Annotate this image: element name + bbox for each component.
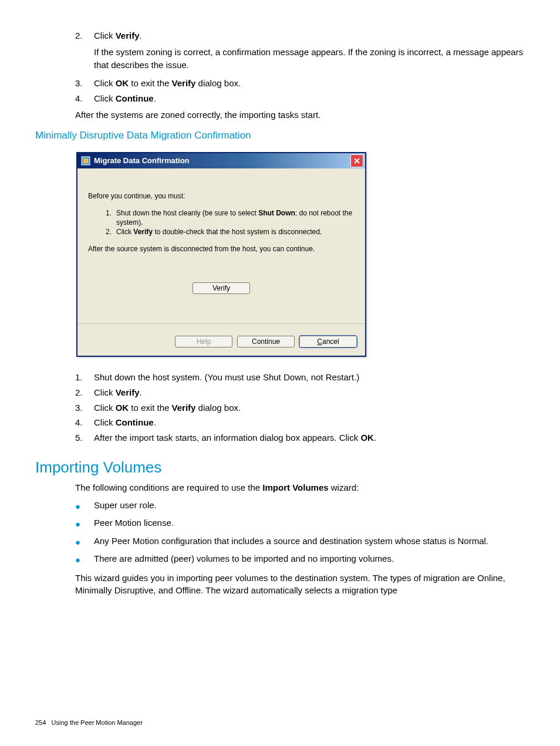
step-body: Click Verify. xyxy=(94,386,525,399)
dialog-after: After the source system is disconnected … xyxy=(88,245,355,253)
step-3: 3. Click OK to exit the Verify dialog bo… xyxy=(75,77,525,90)
list-item: ●Any Peer Motion configuration that incl… xyxy=(75,535,525,549)
step-body: After the import task starts, an informa… xyxy=(94,431,525,444)
help-button[interactable]: Help xyxy=(175,336,232,347)
step-b3: 3. Click OK to exit the Verify dialog bo… xyxy=(75,401,525,414)
step-number: 2. xyxy=(75,29,94,75)
import-volumes-intro: The following conditions are required to… xyxy=(75,481,525,494)
closing-para: This wizard guides you in importing peer… xyxy=(75,572,525,598)
section-heading-importing-volumes: Importing Volumes xyxy=(35,458,525,477)
step-2-sub: If the system zoning is correct, a confi… xyxy=(94,46,525,72)
list-item: ●Super user role. xyxy=(75,499,525,514)
step-b5: 5. After the import task starts, an info… xyxy=(75,431,525,444)
step-body: Click Verify. If the system zoning is co… xyxy=(94,29,525,75)
below-dialog-ordered-list: 1. Shut down the host system. (You must … xyxy=(75,371,525,444)
bullet-icon: ● xyxy=(75,499,94,514)
dialog-step-2: 2. Click Verify to double-check that the… xyxy=(106,227,355,237)
bullet-icon: ● xyxy=(75,517,94,531)
cancel-button[interactable]: Cancel xyxy=(299,336,357,347)
step-b1: 1. Shut down the host system. (You must … xyxy=(75,371,525,384)
dialog-step-1: 1. Shut down the host cleanly (be sure t… xyxy=(106,208,355,227)
top-ordered-list: 2. Click Verify. If the system zoning is… xyxy=(75,29,525,105)
step-number: 2. xyxy=(75,386,94,399)
step-body: Click OK to exit the Verify dialog box. xyxy=(94,77,525,90)
step-number: 1. xyxy=(75,371,94,384)
step-number: 4. xyxy=(75,92,94,105)
dialog-title: Migrate Data Confirmation xyxy=(94,156,190,165)
step-body: Click Continue. xyxy=(94,416,525,429)
step-body: Click Continue. xyxy=(94,92,525,105)
verify-button[interactable]: Verify xyxy=(193,282,250,294)
page: 2. Click Verify. If the system zoning is… xyxy=(0,0,560,746)
step-b2: 2. Click Verify. xyxy=(75,386,525,399)
page-footer: 254 Using the Peer Motion Manager xyxy=(35,719,143,726)
step-b4: 4. Click Continue. xyxy=(75,416,525,429)
bullet-icon: ● xyxy=(75,552,94,567)
step-2: 2. Click Verify. If the system zoning is… xyxy=(75,29,525,75)
dialog-footer: Help Continue Cancel xyxy=(77,324,365,356)
verify-button-row: Verify xyxy=(88,282,355,294)
page-number: 254 xyxy=(35,719,46,726)
list-item: ●There are admitted (peer) volumes to be… xyxy=(75,552,525,567)
continue-button[interactable]: Continue xyxy=(237,336,295,347)
step-body: Click OK to exit the Verify dialog box. xyxy=(94,401,525,414)
step-number: 3. xyxy=(75,401,94,414)
dialog-list: 1. Shut down the host cleanly (be sure t… xyxy=(106,208,355,237)
close-icon[interactable] xyxy=(350,154,363,167)
bullet-icon: ● xyxy=(75,535,94,549)
dialog-titlebar: Migrate Data Confirmation xyxy=(77,153,365,168)
section-heading-confirmation: Minimally Disruptive Data Migration Conf… xyxy=(35,130,525,141)
page-footer-title: Using the Peer Motion Manager xyxy=(52,719,143,726)
step-number: 3. xyxy=(75,77,94,90)
step-number: 5. xyxy=(75,431,94,444)
dialog-intro: Before you continue, you must: xyxy=(88,192,355,200)
dialog-body: Before you continue, you must: 1. Shut d… xyxy=(77,168,365,324)
step-body: Shut down the host system. (You must use… xyxy=(94,371,525,384)
requirements-list: ●Super user role. ●Peer Motion license. … xyxy=(75,499,525,567)
step-4: 4. Click Continue. xyxy=(75,92,525,105)
migrate-data-dialog: Migrate Data Confirmation Before you con… xyxy=(76,152,366,357)
svg-rect-1 xyxy=(83,158,88,163)
after-zoning-para: After the systems are zoned correctly, t… xyxy=(75,109,525,121)
app-icon xyxy=(81,156,90,166)
list-item: ●Peer Motion license. xyxy=(75,517,525,531)
step-number: 4. xyxy=(75,416,94,429)
